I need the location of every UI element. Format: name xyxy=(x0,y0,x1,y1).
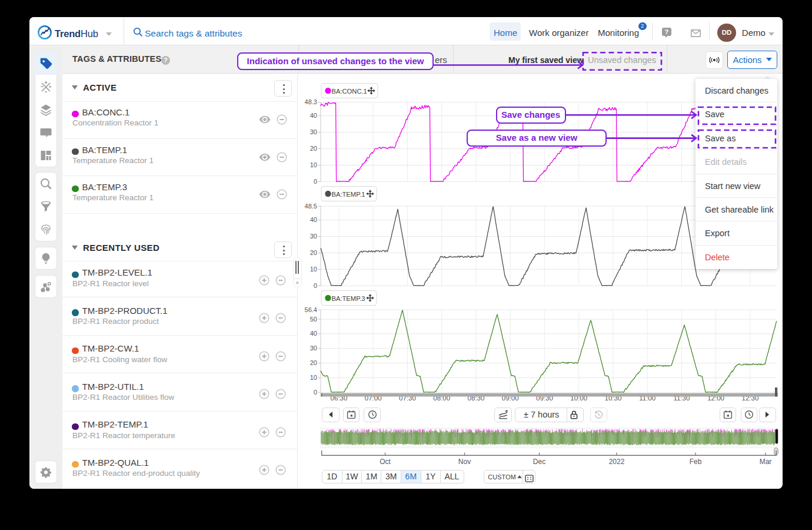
svg-text:Feb: Feb xyxy=(690,458,702,466)
svg-text:50: 50 xyxy=(310,316,317,323)
svg-text:BA:TEMP.3: BA:TEMP.3 xyxy=(332,295,365,302)
svg-text:40: 40 xyxy=(310,216,317,223)
svg-text:48.3: 48.3 xyxy=(305,98,317,105)
svg-text:20: 20 xyxy=(310,145,317,152)
svg-text:40: 40 xyxy=(310,330,317,337)
svg-text:Mar: Mar xyxy=(760,458,772,466)
svg-text:10: 10 xyxy=(310,374,317,381)
svg-text:20: 20 xyxy=(310,359,317,366)
svg-text:BA:CONC.1: BA:CONC.1 xyxy=(332,88,367,95)
svg-text:30: 30 xyxy=(310,344,317,352)
svg-text:10: 10 xyxy=(310,161,317,168)
svg-text:BA:TEMP.1: BA:TEMP.1 xyxy=(332,191,365,198)
svg-text:10: 10 xyxy=(310,266,317,273)
svg-text:30: 30 xyxy=(310,233,317,240)
svg-text:30: 30 xyxy=(310,128,317,135)
svg-text:Oct: Oct xyxy=(380,458,391,466)
svg-text:20: 20 xyxy=(310,249,317,256)
svg-text:48.5: 48.5 xyxy=(305,203,317,210)
svg-text:0: 0 xyxy=(314,282,317,289)
svg-text:Nov: Nov xyxy=(458,458,471,466)
svg-text:40: 40 xyxy=(310,112,317,119)
svg-text:0: 0 xyxy=(314,389,317,396)
svg-text:2022: 2022 xyxy=(609,458,625,466)
svg-text:Dec: Dec xyxy=(533,458,545,466)
svg-text:56.4: 56.4 xyxy=(305,306,317,313)
svg-text:0: 0 xyxy=(314,178,317,185)
